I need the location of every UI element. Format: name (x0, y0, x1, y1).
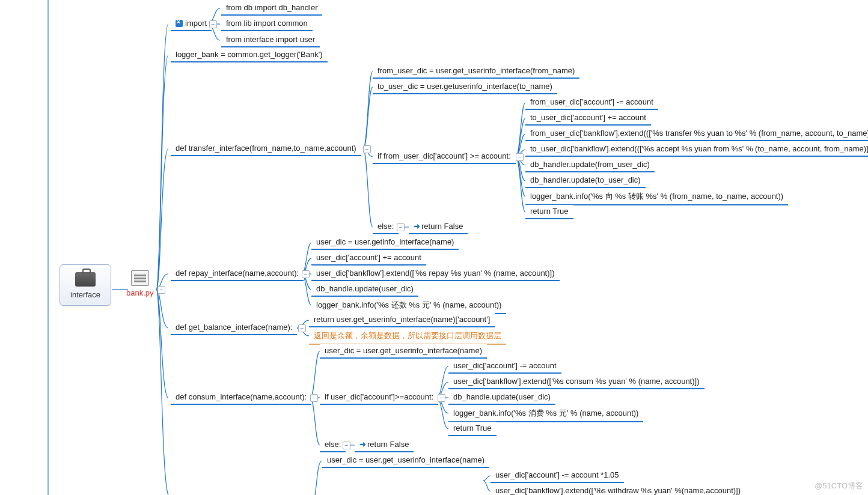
node-import-user[interactable]: from interface import user (221, 33, 320, 47)
root-node-interface[interactable]: interface (60, 264, 111, 306)
node-tr-if-3[interactable]: to_user_dic['bankflow'].extend((['%s acc… (525, 142, 868, 157)
node-tr-if-4[interactable]: db_handler.update(from_user_dic) (525, 158, 655, 172)
node-consum-if-0[interactable]: user_dic['account'] -= account (448, 359, 561, 374)
briefcase-icon (67, 272, 103, 287)
toggle-transfer-else[interactable]: − (397, 223, 405, 231)
node-consum-if-3[interactable]: logger_bank.info('%s 消费 %s 元' % (name, a… (448, 406, 643, 422)
node-getbal-hint[interactable]: 返回是余额，余额是数据，所以需要接口层调用数据层 (309, 329, 506, 345)
node-consum-if-4[interactable]: return True (448, 422, 497, 436)
node-import-db[interactable]: from db import db_handler (221, 1, 322, 16)
watermark: @51CTO博客 (815, 481, 863, 491)
mindmap-canvas[interactable]: interface bank.py − import − from db imp… (0, 0, 868, 495)
file-label: bank.py (126, 288, 154, 297)
arrow-icon: ➜ (414, 222, 420, 231)
node-consum-else-ret[interactable]: ➜return False (355, 438, 414, 452)
toggle-consum[interactable]: − (310, 394, 318, 402)
node-transfer-to-dic[interactable]: to_user_dic = user.getuserinfo_interface… (373, 80, 557, 94)
node-getbal-def[interactable]: def get_balance_interface(name): (171, 321, 297, 335)
node-repay-4[interactable]: logger_bank.info('%s 还款 %s 元' % (name, a… (311, 298, 506, 314)
node-tr-if-1[interactable]: to_user_dic['account'] += account (525, 111, 651, 126)
node-consum-else[interactable]: else: (320, 438, 346, 452)
node-logger[interactable]: logger_bank = common.get_logger('Bank') (171, 48, 328, 62)
node-transfer-def[interactable]: def transfer_interface(from_name,to_name… (171, 142, 361, 156)
node-consum-if-2[interactable]: db_handle.update(user_dic) (448, 390, 555, 405)
arrow-icon: ➜ (359, 440, 366, 449)
node-transfer-else[interactable]: else: (373, 220, 399, 234)
node-repay-3[interactable]: db_handle.update(user_dic) (311, 282, 418, 297)
node-consum-if[interactable]: if user_dic['account']>=account: (320, 390, 438, 405)
node-import[interactable]: import (171, 17, 212, 31)
node-getbal-0[interactable]: return user.get_userinfo_interface(name)… (309, 313, 495, 327)
node-import-common[interactable]: from lib import common (221, 17, 313, 31)
node-consum-def[interactable]: def consum_interface(name,account): (171, 390, 311, 405)
document-icon (126, 270, 154, 286)
marker-icon (176, 20, 183, 27)
toggle-consum-else[interactable]: − (343, 442, 350, 449)
node-tr-if-6[interactable]: logger_bank.info('%s 向 %s 转账 %s' % (from… (525, 189, 788, 205)
toggle-file[interactable]: − (157, 286, 165, 294)
node-tr-if-2[interactable]: from_user_dic['bankflow'].extend((['%s t… (525, 127, 868, 141)
node-withdraw-if-0[interactable]: user_dic['account'] -= account *1.05 (491, 469, 624, 483)
node-transfer-else-ret[interactable]: ➜return False (409, 220, 468, 234)
root-label: interface (67, 290, 103, 299)
node-transfer-if[interactable]: if from_user_dic['account'] >= account: (373, 150, 516, 164)
toggle-getbal[interactable]: − (298, 324, 306, 332)
toggle-transfer-if[interactable]: − (516, 153, 524, 161)
file-node-bank-py[interactable]: bank.py (126, 270, 154, 297)
node-repay-def[interactable]: def repay_interface(name,account): (171, 267, 304, 281)
node-repay-2[interactable]: user_dic['bankflow'].extend(['%s repay %… (311, 267, 560, 281)
node-consum-if-1[interactable]: user_dic['bankflow'].extend(['%s consum … (448, 375, 704, 389)
node-withdraw-0[interactable]: user_dic = user.get_userinfo_interface(n… (322, 454, 489, 468)
node-tr-if-5[interactable]: db_handler.update(to_user_dic) (525, 174, 646, 188)
toggle-consum-if[interactable]: − (438, 394, 445, 402)
node-consum-0[interactable]: user_dic = user.get_userinfo_interface(n… (320, 344, 487, 359)
node-transfer-from-dic[interactable]: from_user_dic = user.get_userinfo_interf… (373, 64, 579, 79)
node-tr-if-7[interactable]: return True (525, 205, 573, 219)
toggle-repay[interactable]: − (302, 270, 310, 278)
node-tr-if-0[interactable]: from_user_dic['account'] -= account (525, 96, 658, 110)
toggle-transfer[interactable]: − (363, 145, 371, 153)
node-withdraw-if-1[interactable]: user_dic['bankflow'].extend(['%s withdra… (491, 484, 745, 495)
node-repay-0[interactable]: user_dic = user.getinfo_interface(name) (311, 235, 459, 250)
node-repay-1[interactable]: user_dic['account'] += account (311, 251, 426, 266)
toggle-import[interactable]: − (209, 20, 217, 28)
